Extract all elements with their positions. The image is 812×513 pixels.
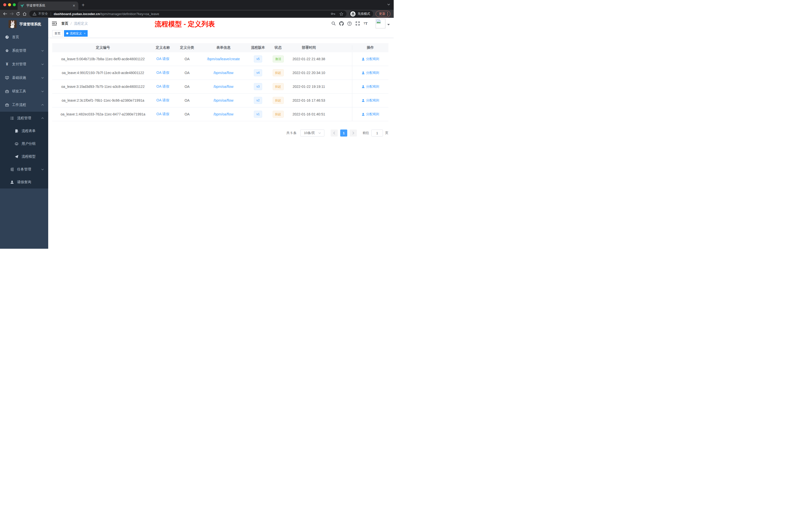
not-secure-warning-icon	[33, 12, 36, 16]
tag-process-definition[interactable]: 流程定义 ×	[64, 30, 88, 37]
incognito-badge: 无痕模式	[349, 10, 373, 17]
sidebar-item-process-management[interactable]: 流程管理	[0, 112, 48, 124]
form-link[interactable]: /bpm/oa/flow	[213, 85, 233, 89]
fullscreen-icon[interactable]	[353, 20, 361, 27]
sidebar-item-label: 用户分组	[22, 142, 36, 146]
cell-deploy-time: 2022-01-22 21:48:38	[285, 52, 333, 66]
cell-definition-id: oa_leave:4:991f2193-7b7f-11ec-a3c8-acde4…	[52, 66, 154, 80]
version-tag: v2	[254, 97, 262, 104]
user-icon	[361, 58, 365, 61]
window-minimize-button[interactable]	[8, 3, 11, 6]
chevron-down-icon	[318, 132, 321, 134]
password-key-icon[interactable]	[331, 12, 336, 15]
goto-page-input[interactable]: 1	[371, 129, 383, 137]
next-page-button[interactable]	[350, 129, 357, 137]
new-tab-button[interactable]: +	[82, 2, 85, 8]
form-link[interactable]: /bpm/oa/flow	[213, 98, 233, 102]
definition-name-link[interactable]: OA 请假	[156, 57, 169, 61]
reload-button[interactable]	[15, 10, 21, 17]
definition-table: 定义编号 定义名称 定义分类 表单信息 流程版本 状态 部署时间 操作 oa_l…	[52, 43, 388, 121]
tab-search-chevron-icon[interactable]	[387, 3, 390, 5]
definition-name-link[interactable]: OA 请假	[156, 112, 169, 117]
chrome-update-button[interactable]: 更新	[376, 11, 390, 17]
top-navbar: 首页 / 流程定义	[48, 18, 394, 29]
sidebar-item-leave-query[interactable]: 请假查询	[0, 176, 48, 188]
sidebar-item-dev-tools[interactable]: 研发工具	[0, 85, 48, 98]
definition-name-link[interactable]: OA 请假	[156, 98, 169, 103]
column-header-name: 定义名称	[154, 46, 172, 50]
definition-name-link[interactable]: OA 请假	[156, 70, 169, 75]
help-icon[interactable]	[346, 20, 353, 27]
prev-page-button[interactable]	[331, 129, 338, 137]
home-button[interactable]	[21, 10, 28, 17]
table-row: oa_leave:1:482ec033-762a-11ec-8477-a2380…	[52, 108, 388, 121]
font-size-icon[interactable]: TT	[361, 20, 370, 27]
sidebar-item-workflow[interactable]: 工作流程	[0, 98, 48, 112]
sidebar-item-infrastructure[interactable]: 基础设施	[0, 71, 48, 85]
tag-home[interactable]: 首页	[52, 30, 63, 37]
bookmark-star-icon[interactable]	[340, 12, 343, 16]
assign-rule-button[interactable]: 分配规则	[361, 70, 379, 75]
cell-definition-id: oa_leave:1:482ec033-762a-11ec-8477-a2380…	[52, 108, 154, 121]
definition-name-link[interactable]: OA 请假	[156, 84, 169, 89]
briefcase-icon	[5, 103, 9, 107]
cell-category: OA	[172, 66, 202, 80]
form-link[interactable]: /bpm/oa/flow	[213, 112, 233, 116]
sidebar-item-task-management[interactable]: 任务管理	[0, 163, 48, 176]
sidebar-logo[interactable]: 芋道管理系统	[0, 18, 48, 30]
breadcrumb-home-link[interactable]: 首页	[61, 21, 68, 26]
caret-down-icon[interactable]	[387, 24, 390, 26]
page-size-select[interactable]: 10条/页	[300, 129, 324, 137]
update-label: 更新	[379, 11, 385, 16]
user-icon	[361, 99, 365, 102]
column-header-form: 表单信息	[202, 46, 245, 50]
cell-deploy-time: 2022-01-22 19:19:11	[285, 80, 333, 93]
version-tag: v3	[254, 83, 262, 90]
avatar[interactable]	[376, 19, 385, 28]
sidebar-item-label: 基础设施	[12, 76, 26, 80]
forward-button[interactable]	[8, 10, 15, 17]
search-icon[interactable]	[329, 20, 338, 27]
back-button[interactable]	[2, 10, 8, 17]
version-tag: v1	[254, 111, 262, 118]
gear-icon	[5, 49, 9, 53]
assign-rule-button[interactable]: 分配规则	[361, 84, 379, 89]
cell-deploy-time: 2022-01-16 17:46:53	[285, 94, 333, 107]
sidebar-item-home[interactable]: 首页	[0, 30, 48, 44]
column-header-id: 定义编号	[52, 46, 154, 50]
cell-deploy-time: 2022-01-16 01:40:51	[285, 108, 333, 121]
column-header-version: 流程版本	[245, 46, 271, 50]
window-zoom-button[interactable]	[13, 3, 16, 6]
sidebar-item-system[interactable]: 系统管理	[0, 44, 48, 58]
sidebar-item-payment[interactable]: ¥ 支付管理	[0, 58, 48, 71]
form-link[interactable]: /bpm/oa/leave/create	[207, 57, 240, 61]
tree-icon	[10, 168, 14, 172]
table-row: oa_leave:5:004b710b-7b8a-11ec-8ef0-acde4…	[52, 52, 388, 66]
sidebar-item-label: 请假查询	[17, 180, 31, 184]
form-link[interactable]: /bpm/oa/flow	[213, 71, 233, 75]
tag-close-icon[interactable]: ×	[84, 32, 85, 35]
current-page-button[interactable]: 1	[340, 129, 347, 137]
toolbox-icon	[5, 89, 9, 93]
workflow-submenu: 流程管理 流程表单 用户分组	[0, 112, 48, 188]
tags-view-bar: 首页 流程定义 ×	[48, 29, 394, 38]
window-close-button[interactable]	[3, 3, 6, 6]
github-icon[interactable]	[338, 20, 346, 27]
table-row: oa_leave:2:3c1f0ef1-76b1-11ec-9c66-a2380…	[52, 94, 388, 108]
active-dot-icon	[66, 32, 68, 34]
browser-tab-strip: 芋道管理系统 ✕ +	[0, 0, 394, 10]
sidebar-item-process-model[interactable]: 流程模型	[0, 150, 48, 163]
form-icon	[14, 129, 19, 133]
hamburger-icon[interactable]	[52, 22, 57, 26]
browser-tab[interactable]: 芋道管理系统 ✕	[18, 1, 78, 10]
user-icon	[10, 180, 14, 184]
page-unit-label: 页	[385, 131, 388, 135]
sidebar-item-process-form[interactable]: 流程表单	[0, 124, 48, 137]
sidebar-item-user-group[interactable]: 用户分组	[0, 137, 48, 150]
assign-rule-button[interactable]: 分配规则	[361, 112, 379, 117]
assign-rule-button[interactable]: 分配规则	[361, 98, 379, 103]
address-bar[interactable]: 不安全 dashboard.yudao.iocoder.cn/bpm/manag…	[29, 10, 347, 17]
sidebar-item-label: 工作流程	[12, 103, 26, 107]
assign-rule-button[interactable]: 分配规则	[361, 57, 379, 61]
tab-close-icon[interactable]: ✕	[72, 4, 76, 7]
